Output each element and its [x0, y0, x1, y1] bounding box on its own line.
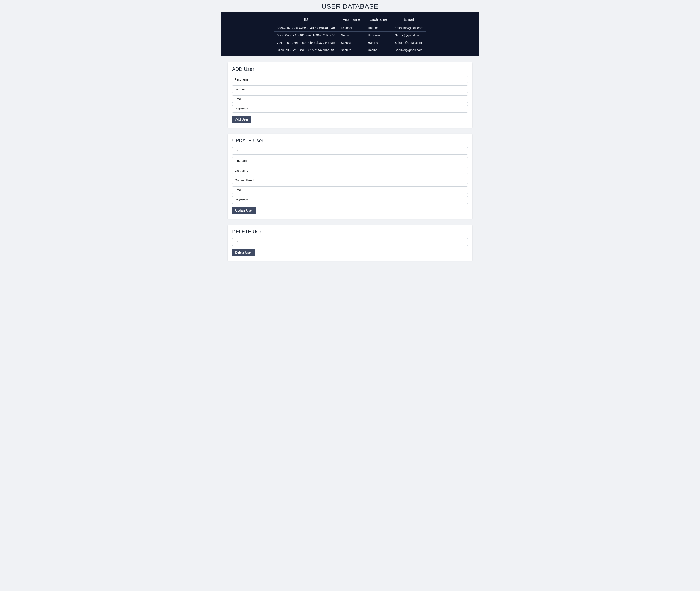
page-title: USER DATABASE — [221, 0, 479, 12]
cell-lastname: Uzumaki — [365, 32, 392, 39]
add-password-label: Password — [232, 105, 257, 113]
update-user-card: UPDATE User ID Firstname Lastname Origin… — [228, 134, 472, 219]
col-header-email: Email — [392, 15, 426, 24]
table-row: 6bca80ab-5c2e-489b-aae1-98ae31f2ce06Naru… — [274, 32, 426, 39]
update-original-email-input[interactable] — [257, 177, 468, 184]
update-original-email-label: Original Email — [232, 177, 257, 184]
update-password-label: Password — [232, 196, 257, 204]
update-firstname-label: Firstname — [232, 157, 257, 165]
user-table: ID Firstname Lastname Email 8ae62af6-388… — [274, 15, 426, 54]
update-email-row: Email — [232, 186, 468, 194]
add-lastname-row: Lastname — [232, 85, 468, 93]
add-password-row: Password — [232, 105, 468, 113]
update-email-input[interactable] — [257, 186, 468, 194]
update-lastname-input[interactable] — [257, 167, 468, 174]
delete-id-input[interactable] — [257, 238, 468, 246]
cell-email: Naruto@gmail.com — [392, 32, 426, 39]
user-table-panel: ID Firstname Lastname Email 8ae62af6-388… — [221, 12, 479, 57]
add-lastname-input[interactable] — [257, 85, 468, 93]
cell-firstname: Sakura — [338, 39, 365, 47]
cell-lastname: Haruno — [365, 39, 392, 47]
add-user-button[interactable]: Add User — [232, 116, 251, 123]
cell-email: Kakashi@gmail.com — [392, 24, 426, 32]
table-header-row: ID Firstname Lastname Email — [274, 15, 426, 24]
user-table-body: 8ae62af6-3880-47be-9349-d7f5b14d184bKaka… — [274, 24, 426, 54]
cell-firstname: Kakashi — [338, 24, 365, 32]
cell-email: Sakura@gmail.com — [392, 39, 426, 47]
update-firstname-input[interactable] — [257, 157, 468, 165]
add-user-title: ADD User — [232, 66, 468, 72]
update-original-email-row: Original Email — [232, 177, 468, 184]
cell-email: Sasuke@gmail.com — [392, 47, 426, 54]
table-row: 7061abcd-a795-4fe2-aef9-5bb37a4466a5Saku… — [274, 39, 426, 47]
update-email-label: Email — [232, 186, 257, 194]
add-user-card: ADD User Firstname Lastname Email Passwo… — [228, 62, 472, 128]
add-email-label: Email — [232, 95, 257, 103]
delete-user-card: DELETE User ID Delete User — [228, 225, 472, 261]
update-password-input[interactable] — [257, 196, 468, 204]
update-id-input[interactable] — [257, 147, 468, 155]
add-firstname-row: Firstname — [232, 76, 468, 83]
add-email-row: Email — [232, 95, 468, 103]
update-id-row: ID — [232, 147, 468, 155]
delete-id-label: ID — [232, 238, 257, 246]
update-lastname-label: Lastname — [232, 167, 257, 174]
add-email-input[interactable] — [257, 95, 468, 103]
col-header-lastname: Lastname — [365, 15, 392, 24]
cell-firstname: Naruto — [338, 32, 365, 39]
add-firstname-input[interactable] — [257, 76, 468, 83]
update-firstname-row: Firstname — [232, 157, 468, 165]
update-password-row: Password — [232, 196, 468, 204]
update-user-button[interactable]: Update User — [232, 207, 256, 214]
cell-firstname: Sasuke — [338, 47, 365, 54]
table-row: 8ae62af6-3880-47be-9349-d7f5b14d184bKaka… — [274, 24, 426, 32]
cell-lastname: Uchiha — [365, 47, 392, 54]
table-row: 81730c95-8e15-4fd1-831b-b2f47d06a29fSasu… — [274, 47, 426, 54]
update-user-title: UPDATE User — [232, 138, 468, 143]
delete-user-title: DELETE User — [232, 229, 468, 235]
update-id-label: ID — [232, 147, 257, 155]
add-firstname-label: Firstname — [232, 76, 257, 83]
cell-id: 6bca80ab-5c2e-489b-aae1-98ae31f2ce06 — [274, 32, 338, 39]
cell-lastname: Hatake — [365, 24, 392, 32]
delete-user-button[interactable]: Delete User — [232, 249, 255, 256]
col-header-firstname: Firstname — [338, 15, 365, 24]
add-password-input[interactable] — [257, 105, 468, 113]
cell-id: 81730c95-8e15-4fd1-831b-b2f47d06a29f — [274, 47, 338, 54]
update-lastname-row: Lastname — [232, 167, 468, 174]
delete-id-row: ID — [232, 238, 468, 246]
cell-id: 7061abcd-a795-4fe2-aef9-5bb37a4466a5 — [274, 39, 338, 47]
col-header-id: ID — [274, 15, 338, 24]
add-lastname-label: Lastname — [232, 85, 257, 93]
cell-id: 8ae62af6-3880-47be-9349-d7f5b14d184b — [274, 24, 338, 32]
